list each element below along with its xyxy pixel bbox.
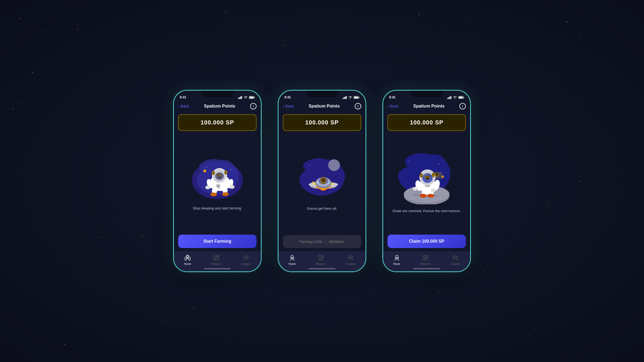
svg-point-55	[333, 168, 335, 170]
svg-rect-139	[423, 255, 428, 260]
nav-leaders-1[interactable]: Leaders	[241, 254, 251, 265]
info-button-3[interactable]: i	[459, 103, 466, 109]
nav-leaders-label-3: Leaders	[451, 263, 460, 265]
signal-icon-3	[447, 96, 452, 99]
nav-home-3[interactable]: Home	[393, 254, 401, 265]
svg-point-131	[426, 176, 427, 177]
nav-missions-1[interactable]: Missions	[211, 254, 221, 265]
svg-rect-5	[254, 97, 255, 98]
wifi-icon-1	[244, 96, 248, 99]
signal-icon-1	[238, 96, 242, 99]
status-icons-1	[238, 96, 255, 99]
svg-point-109	[436, 175, 438, 176]
illustration-area-3: Goals are reached. Pursue the next horiz…	[383, 133, 470, 231]
svg-point-77	[291, 255, 294, 258]
info-button-2[interactable]: i	[355, 103, 361, 109]
illustration-area-2: Gonna get them all.	[279, 133, 365, 232]
claim-label: Claim 100.000 SP	[409, 239, 444, 243]
info-button-1[interactable]: i	[250, 103, 257, 109]
svg-point-146	[456, 256, 458, 258]
leaders-icon-1	[242, 254, 250, 261]
svg-point-44	[247, 256, 249, 258]
nav-missions-2[interactable]: Missions	[316, 254, 326, 265]
missions-icon-2	[317, 254, 325, 261]
ufo-illustration	[292, 155, 352, 201]
svg-point-70	[323, 181, 324, 182]
nav-missions-3[interactable]: Missions	[420, 254, 431, 265]
svg-point-112	[420, 194, 427, 198]
battery-icon-1	[249, 96, 255, 99]
claim-button[interactable]: Claim 100.000 SP	[387, 235, 466, 248]
home-icon-3	[393, 254, 401, 261]
screen-1: 9:41	[174, 91, 261, 271]
nav-missions-label-2: Missions	[316, 263, 326, 265]
screen-3: 9:41	[383, 91, 470, 271]
svg-point-28	[230, 185, 235, 189]
nav-missions-label-3: Missions	[420, 263, 431, 265]
nav-home-2[interactable]: Home	[288, 254, 296, 265]
battery-icon-2	[354, 96, 360, 99]
svg-point-84	[350, 256, 352, 258]
svg-rect-93	[459, 97, 463, 98]
svg-point-53	[331, 162, 333, 165]
farming-status-button: Farming 0.000 08h00min	[283, 235, 361, 248]
svg-point-135	[432, 172, 435, 177]
svg-point-16	[215, 172, 224, 180]
battery-icon-3	[458, 96, 464, 99]
svg-point-76	[331, 183, 333, 185]
leaders-icon-3	[452, 254, 459, 261]
svg-rect-6	[250, 97, 254, 98]
svg-point-132	[428, 176, 429, 177]
svg-rect-24	[217, 185, 220, 187]
start-farming-label: Start Farming	[203, 239, 231, 243]
start-farming-button[interactable]: Start Farming	[178, 235, 257, 248]
svg-point-22	[224, 170, 228, 175]
svg-rect-46	[344, 97, 345, 99]
svg-point-32	[222, 192, 229, 196]
status-bar-2: 9:41	[279, 91, 365, 102]
nav-leaders-label-1: Leaders	[241, 263, 251, 265]
svg-point-68	[322, 180, 323, 181]
back-button-2[interactable]: ‹ Back	[283, 104, 294, 109]
status-bar-3: 9:41	[383, 91, 470, 102]
status-icons-2	[343, 96, 360, 99]
caption-1: Stop sleeping and start farming.	[193, 206, 242, 211]
svg-point-18	[217, 174, 219, 176]
nav-leaders-2[interactable]: Leaders	[346, 254, 356, 265]
back-button-1[interactable]: ‹ Back	[178, 104, 189, 109]
svg-rect-51	[354, 97, 358, 98]
nav-leaders-label-2: Leaders	[346, 263, 356, 265]
svg-point-54	[335, 166, 337, 168]
svg-point-73	[313, 183, 316, 185]
svg-point-86	[352, 256, 353, 258]
svg-point-113	[427, 194, 434, 198]
blob-bg-2	[291, 154, 353, 202]
svg-point-83	[322, 255, 323, 257]
svg-point-137	[396, 255, 398, 258]
svg-point-31	[210, 193, 217, 196]
sp-value-3: 100.000 SP	[410, 119, 444, 126]
svg-point-96	[408, 183, 408, 183]
phone-2: 9:41	[278, 90, 366, 272]
caption-2: Gonna get them all.	[307, 206, 337, 211]
nav-home-label-3: Home	[393, 263, 400, 265]
svg-point-74	[317, 182, 319, 184]
back-button-3[interactable]: ‹ Back	[387, 104, 398, 109]
screen-2: 9:41	[279, 91, 365, 271]
status-icons-3	[447, 96, 464, 99]
info-label-1: i	[253, 104, 254, 108]
svg-rect-88	[448, 97, 449, 99]
nav-home-1[interactable]: Home	[184, 254, 191, 265]
nav-leaders-3[interactable]: Leaders	[451, 254, 460, 265]
blob-bg-1	[186, 153, 248, 202]
farming-divider	[325, 239, 326, 244]
svg-point-9	[230, 169, 231, 170]
svg-rect-92	[464, 97, 464, 98]
sp-value-1: 100.000 SP	[201, 119, 234, 126]
svg-point-21	[212, 171, 215, 175]
nav-missions-label-1: Missions	[211, 263, 221, 265]
missions-icon-1	[213, 254, 220, 261]
wifi-icon-3	[453, 96, 457, 99]
page-title-3: Spatium Points	[413, 104, 444, 109]
svg-rect-87	[447, 98, 448, 99]
